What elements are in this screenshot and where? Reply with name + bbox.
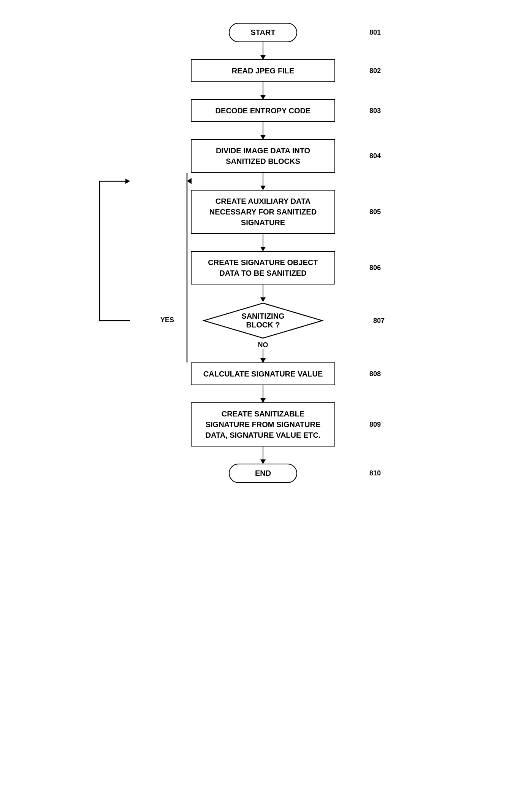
- svg-marker-1: [187, 178, 192, 184]
- no-label: NO: [258, 341, 268, 349]
- node-ref-802: 802: [369, 67, 381, 75]
- arrow-5: [263, 234, 264, 251]
- no-branch: NO: [130, 340, 396, 362]
- node-ref-809: 809: [369, 421, 381, 429]
- node-ref-804: 804: [369, 152, 381, 160]
- node-ref-801: 801: [369, 29, 381, 37]
- node-ref-808: 808: [369, 370, 381, 378]
- node-divide-image: DIVIDE IMAGE DATA INTOSANITIZED BLOCKS: [191, 139, 335, 173]
- node-ref-807: 807: [373, 317, 385, 325]
- node-decode-entropy: DECODE ENTROPY CODE: [191, 99, 335, 122]
- node-ref-810: 810: [369, 469, 381, 477]
- node-sanitizing-block: SANITIZING BLOCK ?: [202, 302, 324, 340]
- node-wrapper-802: READ JPEG FILE 802: [130, 59, 396, 82]
- node-start: START: [229, 23, 297, 42]
- arrow-3: [263, 122, 264, 139]
- arrow-9: [263, 447, 264, 464]
- node-end: END: [229, 464, 297, 483]
- loop-section: CREATE AUXILIARY DATANECESSARY FOR SANIT…: [130, 173, 396, 362]
- svg-marker-3: [125, 179, 130, 184]
- node-wrapper-809: CREATE SANITIZABLESIGNATURE FROM SIGNATU…: [130, 402, 396, 447]
- node-create-sanitizable: CREATE SANITIZABLESIGNATURE FROM SIGNATU…: [191, 402, 335, 447]
- arrow-1: [263, 42, 264, 59]
- node-wrapper-805: CREATE AUXILIARY DATANECESSARY FOR SANIT…: [130, 190, 396, 234]
- diamond-svg: [202, 302, 324, 340]
- node-read-jpeg: READ JPEG FILE: [191, 59, 335, 82]
- arrow-2: [263, 82, 264, 99]
- node-ref-806: 806: [369, 264, 381, 272]
- node-wrapper-808: CALCULATE SIGNATURE VALUE 808: [130, 362, 396, 385]
- node-calculate-sig: CALCULATE SIGNATURE VALUE: [191, 362, 335, 385]
- node-wrapper-804: DIVIDE IMAGE DATA INTOSANITIZED BLOCKS 8…: [130, 139, 396, 173]
- node-create-auxiliary: CREATE AUXILIARY DATANECESSARY FOR SANIT…: [191, 190, 335, 234]
- arrow-6: [263, 284, 264, 302]
- node-wrapper-806: CREATE SIGNATURE OBJECTDATA TO BE SANITI…: [130, 251, 396, 284]
- svg-marker-2: [204, 303, 322, 338]
- node-create-signature-obj: CREATE SIGNATURE OBJECTDATA TO BE SANITI…: [191, 251, 335, 284]
- node-wrapper-810: END 810: [130, 464, 396, 483]
- arrow-4: [263, 173, 264, 190]
- arrow-8: [263, 385, 264, 402]
- node-wrapper-801: START 801: [130, 23, 396, 42]
- node-ref-803: 803: [369, 107, 381, 115]
- node-wrapper-803: DECODE ENTROPY CODE 803: [130, 99, 396, 122]
- yes-label: YES: [160, 316, 174, 324]
- flowchart-diagram: START 801 READ JPEG FILE 802 DECODE ENTR…: [130, 15, 396, 498]
- node-wrapper-807: YES SANITIZING BLOCK ? 807: [130, 302, 396, 340]
- arrow-7: [263, 349, 264, 362]
- node-ref-805: 805: [369, 208, 381, 216]
